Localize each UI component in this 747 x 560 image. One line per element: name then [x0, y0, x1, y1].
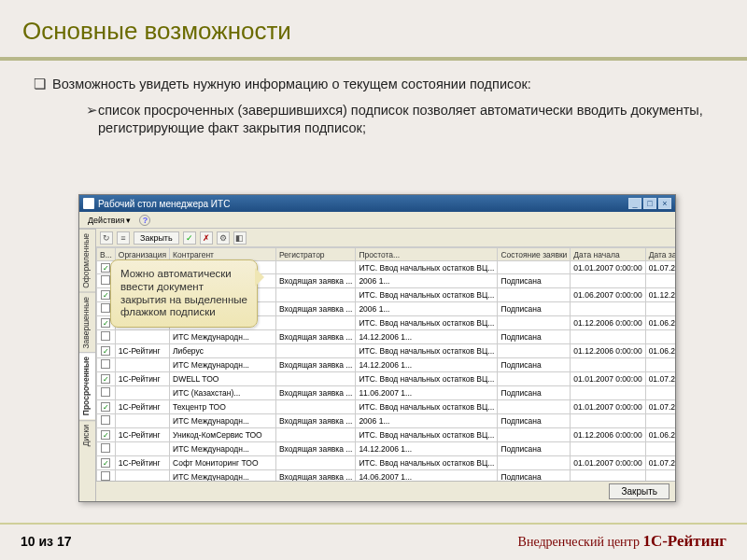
side-tab-0[interactable]: Оформленные	[79, 229, 95, 292]
side-tab-3[interactable]: Диски	[79, 420, 95, 450]
bullet-text: Возможность увидеть нужную информацию о …	[52, 76, 531, 94]
cell	[645, 442, 675, 456]
checkbox-icon[interactable]	[101, 331, 110, 341]
refresh-icon[interactable]: ↻	[100, 231, 113, 245]
cell[interactable]	[97, 330, 116, 344]
bottom-close-button[interactable]: Закрыть	[609, 483, 669, 499]
bottom-bar: Закрыть	[96, 481, 675, 501]
cell: DWELL ТОО	[170, 372, 276, 386]
col-header[interactable]: Регистратор	[276, 248, 356, 261]
close-icon[interactable]: ×	[658, 198, 671, 209]
table-row[interactable]: ИТС Междунаpодн...Входящая заявка ...14.…	[97, 330, 676, 344]
table-row[interactable]: 1С-РейтингУникод-КомСервис ТООИТС. Ввод …	[97, 428, 676, 442]
checkbox-icon[interactable]	[101, 443, 110, 453]
table-row[interactable]: ИТС Междунаpодн...Входящая заявка ...14.…	[97, 442, 676, 456]
col-header[interactable]: В...	[97, 248, 116, 261]
cell[interactable]	[97, 344, 116, 358]
cell	[645, 330, 675, 344]
cell	[571, 386, 645, 400]
maximize-icon[interactable]: □	[643, 198, 656, 209]
cell	[115, 386, 169, 400]
checkbox-icon[interactable]	[101, 359, 110, 369]
cell: 01.06.2007 0:00:00	[645, 344, 675, 358]
cell: 2006 1...	[356, 414, 498, 428]
cell: Входящая заявка ...	[276, 358, 356, 372]
col-header[interactable]: Простота...	[356, 248, 498, 261]
table-row[interactable]: ИТС Междунаpодн...Входящая заявка ...200…	[97, 414, 676, 428]
cell[interactable]	[97, 442, 116, 456]
checkbox-icon[interactable]	[101, 275, 110, 285]
cell: Входящая заявка ...	[276, 302, 356, 316]
slide-title: Основные возможности	[0, 0, 747, 61]
col-header[interactable]: Дата начала	[571, 248, 645, 261]
cell: ИТС. Ввод начальных остатков ВЦ...	[356, 288, 498, 302]
cell: 1С-Рейтинг	[115, 428, 169, 442]
cell: 01.01.2007 0:00:00	[571, 400, 645, 414]
checkbox-icon[interactable]	[101, 374, 110, 384]
cell[interactable]	[97, 358, 116, 372]
cell	[645, 414, 675, 428]
checkbox-icon[interactable]	[101, 402, 110, 412]
cell	[276, 288, 356, 302]
cell	[498, 288, 571, 302]
cell[interactable]	[97, 456, 116, 470]
cell	[571, 302, 645, 316]
close-button[interactable]: Закрыть	[134, 231, 179, 245]
window-titlebar[interactable]: Рабочий стол менеджера ИТС _ □ ×	[79, 195, 675, 212]
checkbox-icon[interactable]	[101, 263, 110, 273]
check-all-icon[interactable]: ✓	[183, 231, 196, 245]
cell: 01.06.2007 0:00:00	[645, 316, 675, 330]
checkbox-icon[interactable]	[101, 471, 110, 481]
checkbox-icon[interactable]	[101, 458, 110, 468]
cell: Входящая заявка ...	[276, 386, 356, 400]
side-tab-1[interactable]: Завершенные	[79, 292, 95, 353]
table-row[interactable]: ИТС Междунаpодн...Входящая заявка ...14.…	[97, 358, 676, 372]
cell: Подписана	[498, 358, 571, 372]
table-row[interactable]: 1С-РейтингDWELL ТООИТС. Ввод начальных о…	[97, 372, 676, 386]
checkbox-icon[interactable]	[101, 415, 110, 425]
cell	[115, 442, 169, 456]
checkbox-icon[interactable]	[101, 387, 110, 397]
cell[interactable]	[97, 372, 116, 386]
actions-label: Действия	[88, 216, 124, 225]
cell[interactable]	[97, 414, 116, 428]
table-row[interactable]: 1С-РейтингТехцентр ТООИТС. Ввод начальны…	[97, 400, 676, 414]
cell[interactable]	[97, 400, 116, 414]
uncheck-all-icon[interactable]: ✗	[200, 231, 213, 245]
actions-menu[interactable]: Действия ▾	[83, 214, 135, 227]
help-icon[interactable]: ?	[139, 215, 150, 226]
side-tabs: ОформленныеЗавершенныеПросроченныеДиски	[79, 229, 96, 501]
page-number: 10 из 17	[21, 534, 72, 549]
col-header[interactable]: Дата завершения	[645, 248, 675, 261]
cell: Подписана	[498, 386, 571, 400]
cell: 1С-Рейтинг	[115, 372, 169, 386]
checkbox-icon[interactable]	[101, 346, 110, 356]
minimize-icon[interactable]: _	[628, 198, 641, 209]
cell[interactable]	[97, 428, 116, 442]
cell: ИТС Междунаpодн...	[170, 414, 276, 428]
tool-icon[interactable]: ⚙	[217, 231, 230, 245]
bullet-main: ❏ Возможность увидеть нужную информацию …	[34, 76, 719, 94]
cell: Подписана	[498, 414, 571, 428]
table-row[interactable]: 1С-РейтингЛиберусИТС. Ввод начальных ост…	[97, 344, 676, 358]
cell	[115, 330, 169, 344]
cell	[645, 302, 675, 316]
checkbox-icon[interactable]	[101, 303, 110, 313]
cell[interactable]	[97, 386, 116, 400]
checkbox-icon[interactable]	[101, 318, 110, 328]
cell: ИТС. Ввод начальных остатков ВЦ...	[356, 316, 498, 330]
tool2-icon[interactable]: ◧	[233, 231, 247, 245]
cell: Софт Мониторинг ТОО	[170, 456, 276, 470]
checkbox-icon[interactable]	[101, 290, 110, 300]
table-row[interactable]: ИТС Междунаpодн...Входящая заявка ...14.…	[97, 470, 676, 482]
side-tab-2[interactable]: Просроченные	[79, 352, 95, 419]
table-row[interactable]: 1С-РейтингСофт Мониторинг ТООИТС. Ввод н…	[97, 456, 676, 470]
cell[interactable]	[97, 470, 116, 482]
checkbox-icon[interactable]	[101, 430, 110, 440]
col-header[interactable]: Состояние заявки	[498, 248, 571, 261]
cell: Подписана	[498, 330, 571, 344]
list-icon[interactable]: ≡	[117, 231, 130, 245]
cell	[276, 344, 356, 358]
table-row[interactable]: ИТС (Казахстан)...Входящая заявка ...11.…	[97, 386, 676, 400]
cell: 01.07.2007 0:00:00	[645, 261, 675, 274]
